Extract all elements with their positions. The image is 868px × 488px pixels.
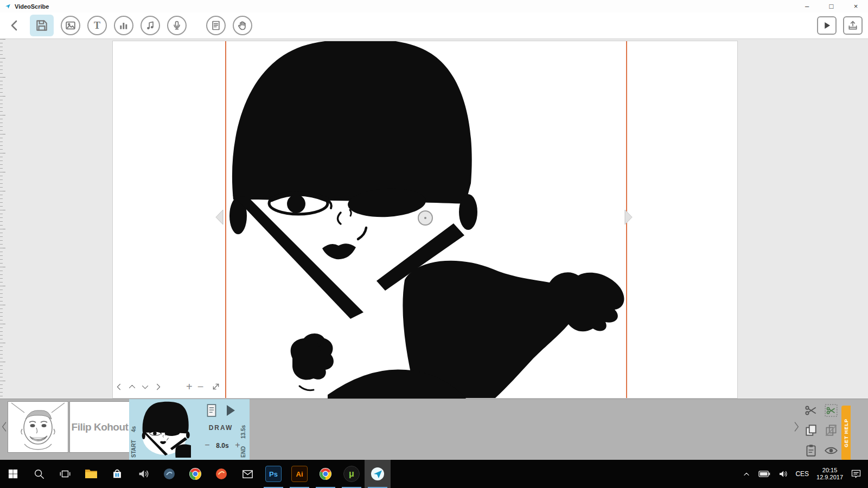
task-view-icon <box>59 468 71 480</box>
paper-icon <box>210 20 221 31</box>
drawing-canvas[interactable] <box>112 41 738 399</box>
play-icon <box>822 21 832 30</box>
cut-icon[interactable] <box>804 403 818 418</box>
preview-play-button[interactable] <box>817 16 837 35</box>
tray-expand-icon[interactable] <box>742 470 751 478</box>
timeline-element-selected[interactable]: START4s DRAW − 8.0s + END13.5s <box>129 399 250 460</box>
utorrent-icon: µ <box>343 466 360 482</box>
microphone-icon <box>171 20 182 31</box>
canvas-guide-line-left <box>225 41 226 398</box>
canvas-nav-controls: + − <box>115 381 220 392</box>
minimize-button[interactable]: – <box>795 0 819 12</box>
page-paddle-right[interactable] <box>624 209 633 225</box>
script-notes-button[interactable] <box>206 16 226 35</box>
add-text-icon: T <box>94 20 100 31</box>
hand-icon <box>237 20 248 31</box>
text-element-label: Filip Kohout <box>72 421 129 433</box>
publish-button[interactable] <box>843 16 863 35</box>
add-chart-icon <box>118 20 129 31</box>
windows-taskbar: Ps Ai µ <box>0 460 868 488</box>
videoscribe-logo-icon <box>4 3 11 10</box>
chevron-left-icon <box>8 19 21 32</box>
element-action-label: DRAW <box>199 424 243 432</box>
maximize-button[interactable]: □ <box>819 0 844 12</box>
photoshop-icon: Ps <box>265 466 282 482</box>
vertical-ruler <box>0 39 7 399</box>
mail-button[interactable] <box>234 460 260 488</box>
back-button[interactable] <box>7 16 23 35</box>
timeline: Filip Kohout START4s DRAW − 8.0s + <box>0 399 868 460</box>
photoshop-button[interactable]: Ps <box>260 460 286 488</box>
blue-app-icon <box>163 467 176 480</box>
add-voiceover-button[interactable] <box>167 16 187 35</box>
save-button[interactable] <box>30 15 54 36</box>
videoscribe-icon <box>371 467 385 481</box>
videoscribe-taskbar-button[interactable] <box>365 460 391 488</box>
file-explorer-button[interactable] <box>78 460 104 488</box>
store-bag-icon <box>111 468 123 480</box>
add-image-icon <box>65 20 76 31</box>
copy-icon[interactable] <box>804 423 818 438</box>
duration-decrease-button[interactable]: − <box>203 440 212 450</box>
zoom-in-button[interactable]: + <box>186 381 193 392</box>
timeline-element-portrait[interactable] <box>8 401 68 453</box>
language-indicator[interactable]: CES <box>795 470 809 478</box>
window-title: VideoScribe <box>15 3 49 10</box>
orange-app-icon <box>215 467 228 480</box>
get-help-label: GET HELP <box>844 419 849 447</box>
timeline-scroll-right-icon[interactable] <box>792 420 801 434</box>
cut-all-icon[interactable] <box>824 403 838 418</box>
add-music-button[interactable] <box>141 16 160 35</box>
folder-icon <box>85 468 98 480</box>
paste-icon[interactable] <box>804 444 818 458</box>
system-tray: CES 20:15 12.9.2017 <box>742 460 868 488</box>
pan-right-icon[interactable] <box>154 383 162 391</box>
orange-app-button[interactable] <box>208 460 234 488</box>
tray-time: 20:15 <box>816 467 843 474</box>
element-script-button[interactable] <box>206 403 217 420</box>
blue-app-button[interactable] <box>156 460 182 488</box>
element-preview-button[interactable] <box>225 404 236 419</box>
task-view-button[interactable] <box>52 460 78 488</box>
titlebar: VideoScribe – □ × <box>0 0 868 12</box>
videoscribe-window: VideoScribe – □ × T <box>0 0 868 488</box>
taskbar-search-button[interactable] <box>26 460 52 488</box>
audio-app-button[interactable] <box>130 460 156 488</box>
chrome-icon <box>189 467 202 480</box>
volume-icon[interactable] <box>778 469 788 479</box>
chrome-button[interactable] <box>182 460 208 488</box>
get-help-tab[interactable]: GET HELP <box>841 406 851 460</box>
timeline-element-text[interactable]: Filip Kohout <box>69 401 130 453</box>
windows-logo-icon <box>8 469 18 479</box>
toolbar: T <box>0 12 868 39</box>
element-duration-value: 8.0s <box>212 442 233 450</box>
pan-down-icon[interactable] <box>141 383 149 391</box>
utorrent-button[interactable]: µ <box>339 460 365 488</box>
visibility-icon[interactable] <box>824 444 838 458</box>
illustrator-icon: Ai <box>291 466 308 482</box>
mail-icon <box>241 468 254 480</box>
pan-up-icon[interactable] <box>128 383 136 391</box>
add-text-button[interactable]: T <box>87 16 107 35</box>
fit-to-screen-icon[interactable] <box>212 382 220 391</box>
save-icon <box>35 18 49 33</box>
element-play-icon <box>225 404 236 417</box>
copy-all-icon[interactable] <box>824 423 838 438</box>
element-end-label: END13.5s <box>240 401 246 458</box>
clock[interactable]: 20:15 12.9.2017 <box>816 467 843 481</box>
add-image-button[interactable] <box>61 16 80 35</box>
chrome-window-button[interactable] <box>312 460 339 488</box>
start-button[interactable] <box>0 460 26 488</box>
action-center-icon[interactable] <box>851 468 861 479</box>
illustrator-button[interactable]: Ai <box>286 460 312 488</box>
store-button[interactable] <box>104 460 130 488</box>
canvas-area: + − <box>0 39 868 399</box>
pan-hand-button[interactable] <box>233 16 252 35</box>
page-paddle-left[interactable] <box>215 209 224 225</box>
pan-left-icon[interactable] <box>115 383 123 391</box>
battery-icon[interactable] <box>758 470 770 478</box>
element-thumbnail[interactable] <box>140 401 191 458</box>
close-button[interactable]: × <box>844 0 868 12</box>
add-chart-button[interactable] <box>114 16 133 35</box>
zoom-out-button[interactable]: − <box>197 381 204 392</box>
